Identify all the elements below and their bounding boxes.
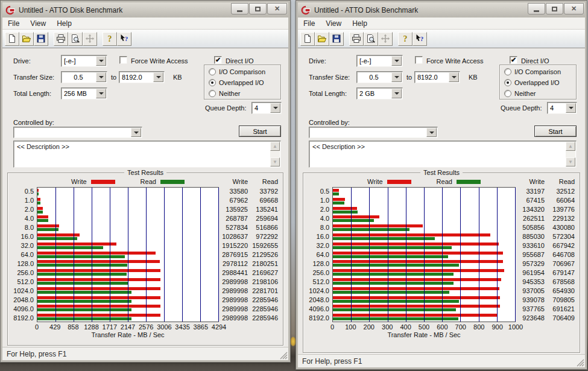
force-write-access-checkbox[interactable] — [119, 56, 127, 64]
titlebar[interactable]: Untitled - ATTO Disk Benchmark ✕ — [2, 2, 288, 17]
menu-view[interactable]: View — [25, 18, 51, 29]
resize-grip-icon[interactable] — [577, 359, 584, 367]
menu-help[interactable]: Help — [347, 18, 373, 29]
io-comparison-radio[interactable] — [504, 68, 511, 75]
x-axis-tick: 429 — [49, 323, 60, 331]
neither-label: Neither — [219, 90, 240, 97]
scroll-up-icon[interactable]: ▲ — [270, 142, 280, 151]
print-button[interactable] — [349, 32, 364, 46]
write-bar — [333, 287, 499, 290]
neither-radio[interactable] — [209, 90, 216, 97]
close-button[interactable]: ✕ — [267, 3, 287, 14]
menu-file[interactable]: File — [2, 18, 25, 29]
transfer-size-from-select[interactable]: 0.5 — [61, 71, 107, 83]
chevron-down-icon[interactable] — [131, 128, 141, 137]
total-length-select[interactable]: 256 MB — [61, 87, 107, 100]
chevron-down-icon[interactable] — [153, 72, 163, 82]
move-button[interactable] — [83, 32, 97, 46]
help-button[interactable]: ? — [103, 32, 117, 46]
minimize-button[interactable] — [231, 3, 248, 14]
new-file-button[interactable] — [300, 32, 315, 46]
io-comparison-radio[interactable] — [209, 68, 216, 75]
direct-io-checkbox[interactable] — [510, 56, 517, 64]
y-axis-label: 4.0 — [303, 214, 332, 223]
new-file-button[interactable] — [5, 32, 19, 46]
y-axis-label: 8192.0 — [303, 313, 332, 322]
overlapped-io-radio[interactable] — [209, 79, 216, 86]
start-button[interactable]: Start — [239, 125, 281, 137]
open-file-button[interactable] — [19, 32, 34, 46]
total-length-select[interactable]: 2 GB — [356, 87, 403, 100]
chevron-down-icon[interactable] — [391, 89, 402, 98]
context-help-button[interactable]: ? — [413, 32, 427, 46]
direct-io-checkbox[interactable] — [214, 56, 222, 64]
gridline — [128, 188, 128, 322]
chevron-down-icon[interactable] — [449, 72, 459, 82]
transfer-size-from-select[interactable]: 0.5 — [356, 71, 403, 83]
force-write-access-checkbox[interactable] — [415, 56, 423, 64]
print-button[interactable] — [54, 32, 68, 46]
y-axis-label: 64.0 — [303, 250, 332, 259]
print-preview-button[interactable] — [68, 32, 83, 46]
description-text: << Description >> — [17, 143, 69, 150]
print-preview-button[interactable] — [364, 32, 378, 46]
chevron-down-icon[interactable] — [96, 72, 106, 82]
minimize-button[interactable] — [528, 3, 545, 14]
open-file-button[interactable] — [315, 32, 329, 46]
menu-file[interactable]: File — [298, 18, 320, 29]
neither-radio[interactable] — [504, 90, 511, 97]
controlled-by-select[interactable] — [13, 127, 142, 138]
scroll-down-icon[interactable]: ▼ — [270, 157, 280, 166]
total-length-label: Total Length: — [13, 90, 51, 97]
transfer-size-to-select[interactable]: 8192.0 — [414, 71, 460, 83]
scroll-up-icon[interactable]: ▲ — [566, 142, 575, 151]
menu-help[interactable]: Help — [51, 18, 77, 29]
read-value: 706967 — [549, 259, 580, 268]
save-button[interactable] — [329, 32, 344, 46]
chevron-down-icon[interactable] — [96, 56, 106, 66]
description-field[interactable]: << Description >> ▲ ▼ — [13, 141, 281, 168]
move-arrows-icon — [85, 34, 95, 43]
read-value: 2169627 — [253, 268, 283, 277]
svg-text:?: ? — [403, 34, 408, 43]
read-bar — [333, 237, 435, 240]
x-axis-tick: 700 — [455, 323, 466, 331]
chevron-down-icon[interactable] — [391, 56, 402, 66]
write-bar — [333, 305, 500, 308]
queue-depth-select[interactable]: 4 — [251, 102, 282, 114]
close-button[interactable]: ✕ — [564, 3, 584, 14]
chevron-down-icon[interactable] — [270, 103, 280, 113]
description-scrollbar[interactable]: ▲ ▼ — [566, 142, 575, 166]
drive-select[interactable]: [-e-] — [61, 55, 107, 67]
resize-grip-icon[interactable] — [280, 352, 288, 360]
start-button[interactable]: Start — [534, 125, 577, 137]
read-value: 135241 — [253, 205, 283, 214]
y-axis-label: 2.0 — [8, 205, 37, 214]
write-bar — [333, 260, 503, 263]
write-value: 527834 — [219, 223, 253, 232]
titlebar[interactable]: Untitled - ATTO Disk Benchmark ✕ — [298, 2, 585, 17]
description-scrollbar[interactable]: ▲ ▼ — [270, 142, 280, 166]
maximize-button[interactable] — [546, 3, 563, 14]
help-button[interactable]: ? — [398, 32, 413, 46]
context-help-button[interactable]: ? — [117, 32, 131, 46]
write-value: 955687 — [516, 250, 549, 259]
chevron-down-icon[interactable] — [391, 72, 402, 82]
overlapped-io-radio[interactable] — [504, 79, 511, 86]
save-button[interactable] — [34, 32, 48, 46]
description-field[interactable]: << Description >> ▲ ▼ — [309, 141, 577, 168]
write-bar — [37, 243, 116, 246]
chevron-down-icon[interactable] — [426, 128, 437, 137]
transfer-size-to-select[interactable]: 8192.0 — [119, 71, 165, 83]
legend-read-label: Read — [437, 178, 452, 185]
chevron-down-icon[interactable] — [96, 89, 106, 98]
queue-depth-select[interactable]: 4 — [547, 102, 577, 114]
write-bar — [37, 189, 39, 192]
maximize-button[interactable] — [249, 3, 267, 14]
scroll-down-icon[interactable]: ▼ — [566, 157, 575, 166]
move-button[interactable] — [378, 32, 393, 46]
controlled-by-select[interactable] — [309, 127, 438, 138]
drive-select[interactable]: [-e-] — [356, 55, 403, 67]
menu-view[interactable]: View — [320, 18, 347, 29]
chevron-down-icon[interactable] — [566, 103, 576, 113]
